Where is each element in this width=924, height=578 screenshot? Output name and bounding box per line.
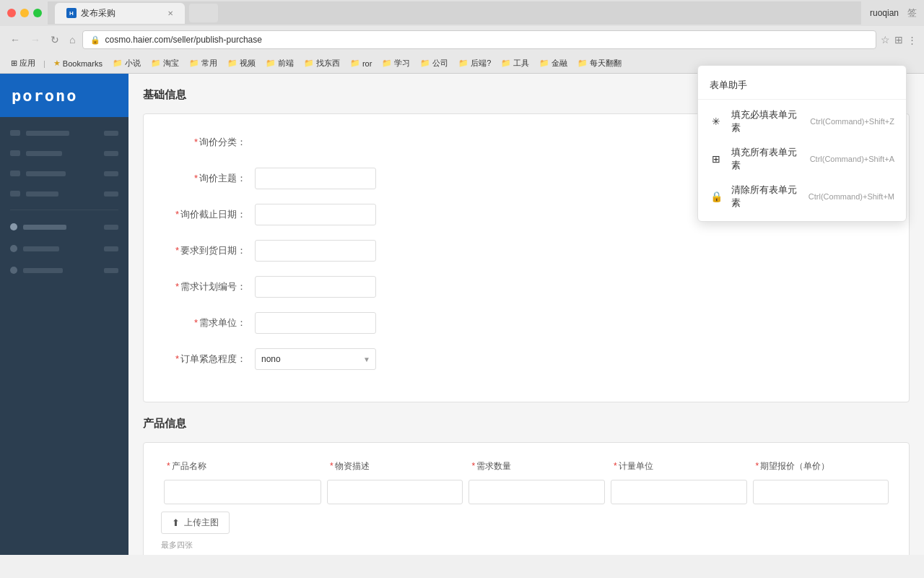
sidebar-item-6[interactable] — [0, 238, 128, 259]
traffic-lights[interactable] — [7, 9, 42, 17]
bookmark-backend[interactable]: 📁 后端? — [455, 56, 494, 70]
taobao-label: 淘宝 — [163, 58, 179, 69]
bookmark-study[interactable]: 📁 学习 — [378, 56, 414, 70]
sidebar-item-1[interactable] — [0, 123, 128, 143]
sidebar-item-2[interactable] — [0, 143, 128, 163]
extension-puzzle-button[interactable]: ⊞ — [894, 34, 903, 46]
product-unit-cell — [608, 480, 750, 504]
plan-number-label: 需求计划编号： — [161, 280, 255, 293]
popup-fill-required-label: 填充必填表单元素 — [731, 108, 801, 134]
home-button[interactable]: ⌂ — [66, 31, 78, 48]
findthing-label: 找东西 — [316, 58, 340, 69]
sidebar-item-7[interactable] — [0, 259, 128, 281]
bookmark-novel[interactable]: 📁 小说 — [109, 56, 144, 70]
sidebar-logo: porono — [0, 74, 128, 117]
product-quantity-input[interactable] — [468, 480, 605, 504]
urgency-select[interactable]: nono 普通 紧急 特急 — [255, 348, 376, 370]
upload-image-button[interactable]: ⬆ 上传主图 — [161, 512, 230, 534]
delivery-row: 要求到货日期： — [161, 240, 892, 262]
product-info-title: 产品信息 — [143, 417, 910, 431]
plan-number-input[interactable] — [255, 276, 376, 298]
close-button[interactable] — [7, 9, 16, 17]
bookmark-findthing[interactable]: 📁 找东西 — [300, 56, 344, 70]
product-name-cell — [161, 480, 324, 504]
bookmark-ror[interactable]: 📁 ror — [346, 57, 375, 69]
video-label: 视频 — [240, 58, 256, 69]
menu-button[interactable]: ⋮ — [907, 35, 917, 46]
bookmark-bookmarks[interactable]: ★ Bookmarks — [50, 57, 106, 69]
tab-close-button[interactable]: ✕ — [167, 9, 173, 17]
back-button[interactable]: ← — [7, 31, 23, 48]
bookmark-apps[interactable]: ⊞ 应用 — [7, 56, 39, 70]
deadline-input[interactable] — [255, 204, 376, 225]
product-description-input[interactable] — [327, 480, 463, 504]
plan-number-row: 需求计划编号： — [161, 276, 892, 298]
folder-icon: 📁 — [189, 59, 199, 68]
user-label: ruoqian — [870, 8, 899, 18]
sign-in-button[interactable]: 签 — [907, 7, 917, 20]
product-name-input[interactable] — [164, 480, 321, 504]
delivery-label: 要求到货日期： — [161, 244, 255, 257]
theme-input[interactable] — [255, 168, 376, 189]
bookmark-taobao[interactable]: 📁 淘宝 — [147, 56, 183, 70]
bookmark-tools[interactable]: 📁 工具 — [497, 56, 533, 70]
urgency-label: 订单紧急程度： — [161, 353, 255, 366]
tools-label: 工具 — [513, 58, 529, 69]
col-header-name: 产品名称 — [161, 460, 324, 473]
refresh-button[interactable]: ↻ — [48, 31, 62, 48]
folder-icon: 📁 — [382, 59, 392, 68]
bookmark-star-button[interactable]: ☆ — [881, 34, 890, 46]
bookmark-frontend[interactable]: 📁 前端 — [262, 56, 297, 70]
lock-icon: 🔒 — [710, 191, 723, 202]
grid-icon: ⊞ — [710, 153, 723, 165]
new-tab-area[interactable] — [189, 4, 218, 22]
popup-item-fill-all[interactable]: ⊞ 填充所有表单元素 Ctrl(Command)+Shift+A — [698, 140, 906, 178]
maximize-button[interactable] — [33, 9, 42, 17]
company-label: 公司 — [432, 58, 448, 69]
popup-clear-all-shortcut: Ctrl(Command)+Shift+M — [808, 192, 894, 201]
product-info-form: 产品名称 物资描述 需求数量 计量单位 期望报价（单价） — [143, 442, 910, 555]
deadline-label: 询价截止日期： — [161, 208, 255, 221]
sidebar-item-4[interactable] — [0, 184, 128, 204]
bookmark-common[interactable]: 📁 常用 — [186, 56, 221, 70]
apps-icon: ⊞ — [11, 59, 17, 68]
product-price-input[interactable] — [753, 480, 889, 504]
theme-label: 询价主题： — [161, 172, 255, 185]
backend-label: 后端? — [471, 58, 491, 69]
delivery-input[interactable] — [255, 240, 376, 262]
popup-item-clear-all[interactable]: 🔒 清除所有表单元素 Ctrl(Command)+Shift+M — [698, 178, 906, 215]
bookmark-finance[interactable]: 📁 金融 — [536, 56, 571, 70]
bookmark-icon: ★ — [53, 59, 61, 68]
product-unit-input[interactable] — [611, 480, 747, 504]
popup-title: 表单助手 — [698, 72, 906, 96]
urgency-row: 订单紧急程度： nono 普通 紧急 特急 ▼ — [161, 348, 892, 370]
product-description-cell — [324, 480, 466, 504]
sidebar-item-5[interactable] — [0, 216, 128, 238]
col-header-quantity: 需求数量 — [466, 460, 608, 473]
folder-icon: 📁 — [113, 59, 123, 68]
table-row — [161, 480, 892, 504]
bookmark-daily[interactable]: 📁 每天翻翻 — [574, 56, 625, 70]
popup-item-fill-required[interactable]: ✳ 填充必填表单元素 Ctrl(Command)+Shift+Z — [698, 103, 906, 140]
address-bar: ← → ↻ ⌂ 🔒 cosmo.haier.com/seller/publish… — [0, 26, 924, 53]
demand-unit-input[interactable] — [255, 312, 376, 334]
study-label: 学习 — [394, 58, 410, 69]
finance-label: 金融 — [552, 58, 567, 69]
forward-button[interactable]: → — [27, 31, 43, 48]
folder-icon: 📁 — [350, 59, 360, 68]
upload-hint: 最多四张 — [161, 540, 892, 551]
ror-label: ror — [362, 59, 372, 68]
popup-fill-all-shortcut: Ctrl(Command)+Shift+A — [810, 155, 894, 163]
folder-icon: 📁 — [227, 59, 237, 68]
sidebar-item-3[interactable] — [0, 163, 128, 184]
url-box[interactable]: 🔒 cosmo.haier.com/seller/publish-purchas… — [82, 30, 876, 49]
minimize-button[interactable] — [20, 9, 29, 17]
category-label: 询价分类： — [161, 136, 255, 149]
bookmark-video[interactable]: 📁 视频 — [224, 56, 259, 70]
lock-icon: 🔒 — [90, 35, 100, 45]
tab-favicon: H — [66, 8, 77, 18]
form-helper-popup[interactable]: 表单助手 ✳ 填充必填表单元素 Ctrl(Command)+Shift+Z ⊞ … — [697, 65, 907, 222]
folder-icon: 📁 — [539, 59, 549, 68]
bookmark-company[interactable]: 📁 公司 — [417, 56, 452, 70]
active-tab[interactable]: H 发布采购 ✕ — [55, 3, 185, 24]
